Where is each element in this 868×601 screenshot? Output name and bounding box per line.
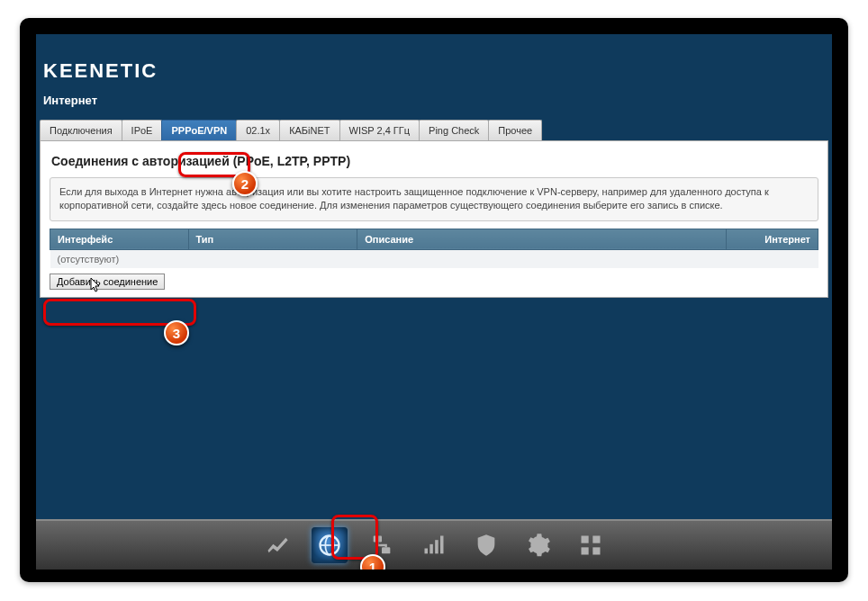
nav-wifi-icon[interactable] [416,527,452,563]
col-description: Описание [357,229,726,249]
callout-box-3 [43,299,196,326]
tab-bar: Подключения IPoE PPPoE/VPN 02.1x КАБiNET… [36,120,832,140]
col-internet: Интернет [726,229,818,249]
add-connection-button[interactable]: Добавить соединение [50,274,165,290]
content-panel: Соединения с авторизацией (PPoE, L2TP, P… [40,140,828,298]
page-title: Интернет [36,83,832,120]
svg-rect-11 [582,547,589,554]
nav-gear-icon[interactable] [520,527,556,563]
svg-rect-6 [429,544,433,554]
nav-shield-icon[interactable] [468,527,504,563]
nav-globe-icon[interactable] [312,527,348,563]
tab-kabinet[interactable]: КАБiNET [279,120,339,140]
svg-rect-3 [374,536,382,543]
tab-other[interactable]: Прочее [488,120,542,140]
tab-ipoe[interactable]: IPoE [122,120,163,140]
svg-rect-10 [592,536,600,543]
svg-rect-9 [582,536,589,543]
tab-pingcheck[interactable]: Ping Check [419,120,489,140]
brand-logo: KEENETIC [36,34,832,83]
monitor-base [36,570,832,582]
svg-rect-7 [435,540,439,553]
monitor-frame: KEENETIC Интернет Подключения IPoE PPPoE… [20,18,848,582]
callout-badge-3: 3 [164,320,189,345]
tab-pppoe-vpn[interactable]: PPPoE/VPN [161,120,237,140]
table-row: (отсутствуют) [50,249,818,268]
nav-monitor-icon[interactable] [259,527,295,563]
connections-table: Интерфейс Тип Описание Интернет (отсутст… [50,229,818,268]
svg-rect-12 [592,547,600,554]
tab-8021x[interactable]: 02.1x [236,120,280,140]
col-interface: Интерфейс [50,229,189,249]
tab-wisp24[interactable]: WISP 2,4 ГГц [339,120,420,140]
empty-row-text: (отсутствуют) [50,249,818,268]
panel-description: Если для выхода в Интернет нужна авториз… [50,177,818,221]
tab-connections[interactable]: Подключения [40,120,122,140]
panel-title: Соединения с авторизацией (PPoE, L2TP, P… [50,150,818,177]
svg-rect-8 [440,536,444,554]
nav-network-icon[interactable] [364,527,400,563]
col-type: Тип [188,229,357,249]
screen: KEENETIC Интернет Подключения IPoE PPPoE… [36,34,832,570]
bottom-nav [36,519,832,570]
svg-rect-4 [382,547,390,553]
svg-rect-5 [425,549,429,554]
nav-apps-icon[interactable] [573,527,609,563]
add-connection-label: Добавить соединение [57,276,158,287]
